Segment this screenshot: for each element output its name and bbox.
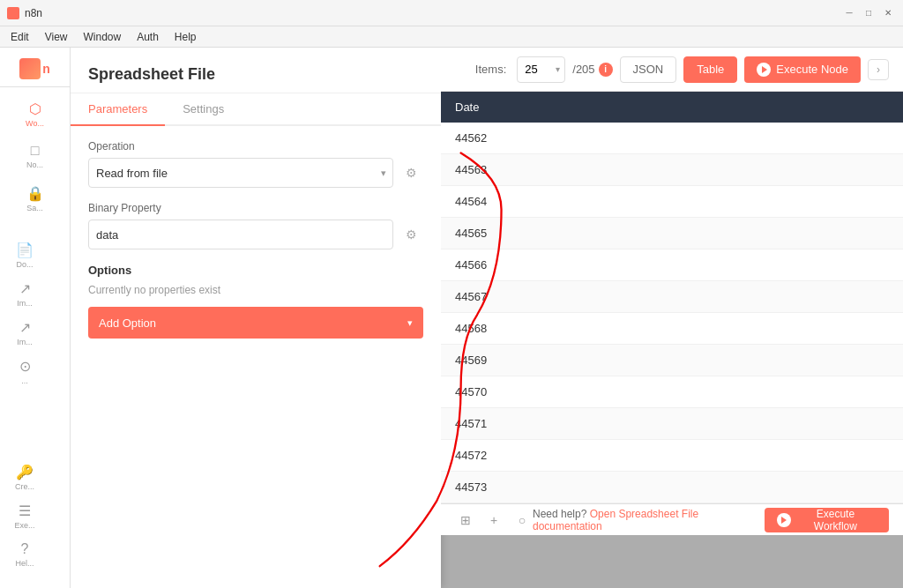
docs-icon: 📄 xyxy=(16,242,34,258)
table-cell-date: 44566 xyxy=(441,249,903,281)
binary-property-label: Binary Property xyxy=(88,202,423,214)
table-toolbar: Items: 25 50 100 ▾ /205 i xyxy=(441,48,903,92)
table-view-button[interactable]: Table xyxy=(683,56,737,83)
execute-workflow-play-triangle xyxy=(781,517,787,524)
sidebar-item-im2[interactable]: ↗ Im... xyxy=(0,313,49,352)
sidebar-item-credentials[interactable]: 🔑 Cre... xyxy=(0,458,49,496)
titlebar: n8n ─ □ ✕ xyxy=(0,0,903,26)
maximize-button[interactable]: □ xyxy=(861,5,877,21)
im2-icon: ↗ xyxy=(19,319,31,336)
sidebar-item-workflows[interactable]: ⬡ Wo... xyxy=(11,94,60,133)
sidebar-label-help: Hel... xyxy=(15,559,34,568)
add-option-chevron-icon: ▾ xyxy=(407,317,413,329)
table-cell-date: 44572 xyxy=(441,440,903,472)
sidebar-item-nodes[interactable]: □ No... xyxy=(11,137,60,175)
table-cell-date: 44568 xyxy=(441,313,903,345)
execute-node-button[interactable]: Execute Node xyxy=(744,56,861,83)
operation-label: Operation xyxy=(88,140,423,153)
n8n-logo-text: n xyxy=(42,62,50,76)
table-row: 44565 xyxy=(441,218,903,249)
sidebar-label-docs: Do... xyxy=(16,260,33,269)
sidebar-item-help[interactable]: ? Hel... xyxy=(0,535,49,574)
options-group: Options Currently no properties exist Ad… xyxy=(88,264,423,339)
table-row: 44564 xyxy=(441,186,903,218)
titlebar-controls[interactable]: ─ □ ✕ xyxy=(841,5,896,21)
info-icon: i xyxy=(599,63,613,77)
table-cell-date: 44569 xyxy=(441,345,903,376)
bottom-help: Need help? Open Spreadsheet File documen… xyxy=(533,508,765,532)
settings-icon: ⊙ xyxy=(19,358,31,375)
zoom-out-button[interactable]: ○ xyxy=(511,510,533,531)
sidebar-label-save: Sa... xyxy=(26,204,43,212)
column-date: Date xyxy=(441,92,903,123)
zoom-in-button[interactable]: + xyxy=(483,510,504,531)
menu-auth[interactable]: Auth xyxy=(130,29,166,45)
sidebar-label-im2: Im... xyxy=(17,338,33,346)
binary-property-gear-button[interactable]: ⚙ xyxy=(399,222,423,247)
table-row: 44572 xyxy=(441,440,903,472)
operation-group: Operation Read from file Write to file ▾… xyxy=(88,140,423,188)
table-cell-date: 44562 xyxy=(441,123,903,154)
table-cell-date: 44565 xyxy=(441,218,903,249)
menu-window[interactable]: Window xyxy=(76,29,128,45)
table-cell-date: 44573 xyxy=(441,472,903,503)
table-cell-date: 44564 xyxy=(441,186,903,218)
operation-select[interactable]: Read from file Write to file xyxy=(88,158,393,188)
close-button[interactable]: ✕ xyxy=(880,5,896,21)
minimize-button[interactable]: ─ xyxy=(841,5,857,21)
table-cell-date: 44570 xyxy=(441,376,903,408)
table-cell-date: 44571 xyxy=(441,408,903,440)
json-view-button[interactable]: JSON xyxy=(620,56,677,83)
main-content: Spreadsheet File Parameters Settings Ope… xyxy=(71,48,903,588)
execute-workflow-button[interactable]: Execute Workflow xyxy=(765,508,889,532)
titlebar-left: n8n xyxy=(7,7,42,19)
add-option-button[interactable]: Add Option ▾ xyxy=(88,307,423,339)
zoom-fit-button[interactable]: ⊞ xyxy=(455,510,476,531)
execute-workflow-label: Execute Workflow xyxy=(795,508,877,532)
panel-tabs: Parameters Settings xyxy=(71,93,441,126)
collapse-button[interactable]: › xyxy=(868,59,889,80)
sidebar-label-workflows: Wo... xyxy=(26,119,44,128)
table-row: 44567 xyxy=(441,281,903,313)
sidebar-item-docs[interactable]: 📄 Do... xyxy=(0,235,49,274)
table-row: 44570 xyxy=(441,376,903,408)
execute-node-label: Execute Node xyxy=(776,63,848,76)
sidebar-item-settings[interactable]: ⊙ ... xyxy=(0,352,49,391)
binary-property-input[interactable] xyxy=(88,220,393,249)
binary-property-row: ⚙ xyxy=(88,220,423,249)
app-logo-icon xyxy=(7,7,19,19)
table-row: 44571 xyxy=(441,408,903,440)
table-row: 44563 xyxy=(441,154,903,186)
panel-body: Operation Read from file Write to file ▾… xyxy=(71,126,441,588)
options-label: Options xyxy=(88,264,423,277)
collapse-icon: › xyxy=(877,63,880,76)
table-row: 44566 xyxy=(441,249,903,281)
no-properties-text: Currently no properties exist xyxy=(88,284,423,296)
sidebar-item-executions[interactable]: ☰ Exe... xyxy=(0,496,49,535)
add-option-label: Add Option xyxy=(99,316,156,330)
nodes-icon: □ xyxy=(31,143,40,159)
executions-icon: ☰ xyxy=(19,502,31,519)
help-icon: ? xyxy=(21,541,29,557)
tab-settings[interactable]: Settings xyxy=(165,93,242,126)
sidebar-label-nodes: No... xyxy=(26,160,43,169)
tab-parameters[interactable]: Parameters xyxy=(71,93,165,126)
sidebar: n ⬡ Wo... □ No... 🔒 Sa... 📄 Do... ↗ Im..… xyxy=(0,48,71,588)
app-body: n ⬡ Wo... □ No... 🔒 Sa... 📄 Do... ↗ Im..… xyxy=(0,48,903,588)
menu-view[interactable]: View xyxy=(38,29,75,45)
operation-row: Read from file Write to file ▾ ⚙ xyxy=(88,158,423,188)
bottom-bar: ⊞ + ○ Need help? Open Spreadsheet File d… xyxy=(441,503,903,535)
table-cell-date: 44567 xyxy=(441,281,903,313)
sidebar-label-credentials: Cre... xyxy=(15,482,34,491)
sidebar-item-save[interactable]: 🔒 Sa... xyxy=(11,179,60,218)
table-row: 44562 xyxy=(441,123,903,154)
data-table: Date 44562445634456444565445664456744568… xyxy=(441,92,903,503)
sidebar-item-im1[interactable]: ↗ Im... xyxy=(0,274,49,313)
menu-help[interactable]: Help xyxy=(168,29,204,45)
menu-edit[interactable]: Edit xyxy=(4,29,36,45)
panel-title: Spreadsheet File xyxy=(88,65,423,84)
items-select[interactable]: 25 50 100 xyxy=(517,56,565,83)
app-title: n8n xyxy=(25,7,42,19)
operation-gear-button[interactable]: ⚙ xyxy=(399,160,423,185)
table-panel: Items: 25 50 100 ▾ /205 i xyxy=(441,48,903,535)
